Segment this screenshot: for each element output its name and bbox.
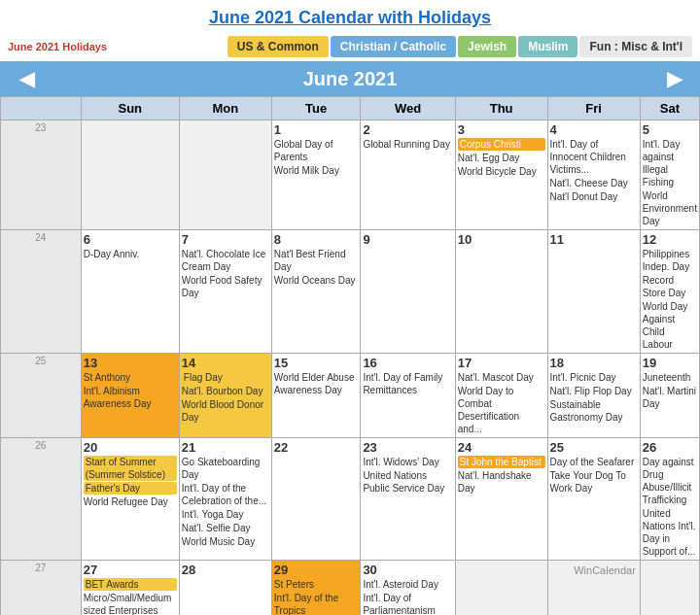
day-cell-29: 29 St Peters Int'l. Day of the Tropics N… xyxy=(271,561,361,616)
day-number: 14 xyxy=(182,356,269,370)
day-event: Int'l. Day of Family Remittances xyxy=(363,371,452,396)
header-fri: Fri xyxy=(547,97,640,120)
day-event-fathers: Father's Day xyxy=(84,482,177,495)
table-row: 25 13 St Anthony Int'l. Albinism Awarene… xyxy=(1,354,700,438)
tab-jewish[interactable]: Jewish xyxy=(458,36,516,57)
tab-catholic[interactable]: Christian / Catholic xyxy=(331,36,456,57)
day-event: Nat'l. Mascot Day xyxy=(458,371,545,384)
day-event: St Peters xyxy=(274,578,359,591)
day-number: 26 xyxy=(643,440,697,455)
calendar-nav: ◀ June 2021 ▶ xyxy=(0,61,700,96)
day-cell-23: 23 Int'l. Widows' Day United Nations Pub… xyxy=(361,438,455,561)
day-event: World Blood Donor Day xyxy=(182,398,269,424)
day-cell-13: 13 St Anthony Int'l. Albinism Awareness … xyxy=(81,354,179,438)
day-event: World Music Day xyxy=(182,535,269,548)
header-mon: Mon xyxy=(179,97,271,120)
tab-fun[interactable]: Fun : Misc & Int'l xyxy=(579,36,692,57)
day-cell-11: 11 xyxy=(547,230,640,354)
day-cell-10: 10 xyxy=(455,230,547,354)
day-cell-empty xyxy=(455,561,547,616)
day-cell-26: 26 Day against Drug Abuse/Illicit Traffi… xyxy=(640,438,699,561)
day-event: Int'l. Albinism Awareness Day xyxy=(84,385,177,410)
day-event: Philippines Indep. Day xyxy=(643,248,697,273)
tab-us[interactable]: US & Common xyxy=(228,36,329,57)
wincalendar-label: WinCalendar xyxy=(550,563,638,576)
day-event: Nat'l. Egg Day xyxy=(458,152,545,164)
day-event: Micro/Small/Medium sized Enterprises Day xyxy=(84,592,177,615)
month-title: June 2021 xyxy=(41,68,659,90)
day-cell-4: 4 Int'l. Day of Innocent Children Victim… xyxy=(547,120,640,230)
day-cell-2: 2 Global Running Day xyxy=(361,120,455,230)
day-cell-14: 14 Flag Day Nat'l. Bourbon Day World Blo… xyxy=(179,354,271,438)
week-num: 25 xyxy=(1,354,82,438)
calendar-table: Sun Mon Tue Wed Thu Fri Sat 23 1 Global … xyxy=(0,96,700,615)
day-number: 25 xyxy=(550,440,638,455)
day-number: 2 xyxy=(363,122,452,137)
day-cell-21: 21 Go Skateboarding Day Int'l. Day of th… xyxy=(179,438,271,561)
day-event: World Day Against Child Labour xyxy=(643,300,697,351)
day-number: 4 xyxy=(550,122,638,137)
day-cell-25: 25 Day of the Seafarer Take Your Dog To … xyxy=(547,438,640,561)
day-event: World Oceans Day xyxy=(274,274,359,287)
day-event: Nat'l. Bourbon Day xyxy=(182,385,269,397)
day-cell-17: 17 Nat'l. Mascot Day World Day to Combat… xyxy=(455,354,547,438)
day-number: 6 xyxy=(84,232,177,247)
day-event: Int'l. Picnic Day xyxy=(550,371,638,384)
day-number: 12 xyxy=(643,232,697,247)
next-arrow[interactable]: ▶ xyxy=(659,67,688,90)
day-event: Day of the Seafarer xyxy=(550,456,638,468)
week-header xyxy=(1,97,82,120)
day-number: 1 xyxy=(274,122,359,137)
week-num: 23 xyxy=(1,120,82,230)
day-event: Int'l. Day of Parliamentanism xyxy=(363,592,452,615)
day-cell-18: 18 Int'l. Picnic Day Nat'l. Flip Flop Da… xyxy=(547,354,640,438)
day-event: World Refugee Day xyxy=(84,495,177,508)
day-number: 9 xyxy=(363,232,452,247)
page-title: June 2021 Calendar with Holidays xyxy=(0,0,700,32)
day-cell-28: 28 xyxy=(179,561,271,616)
table-row: 23 1 Global Day of Parents World Milk Da… xyxy=(1,120,700,230)
day-event: Int'l. Asteroid Day xyxy=(363,578,452,591)
header-tue: Tue xyxy=(271,97,361,120)
day-cell-empty: WinCalendar xyxy=(547,561,640,616)
day-event: D-Day Anniv. xyxy=(84,248,177,260)
prev-arrow[interactable]: ◀ xyxy=(12,67,41,90)
day-cell-20: 20 Start of Summer (Summer Solstice) Fat… xyxy=(81,438,179,561)
day-cell-8: 8 Nat'l Best Friend Day World Oceans Day xyxy=(271,230,361,354)
day-event: Nat'l. Cheese Day xyxy=(550,177,638,189)
day-number: 27 xyxy=(84,563,177,577)
day-cell-19: 19 Juneteenth Nat'l. Martini Day xyxy=(640,354,699,438)
day-cell-12: 12 Philippines Indep. Day Record Store D… xyxy=(640,230,699,354)
day-cell-24: 24 St John the Baptist Nat'l. Handshake … xyxy=(455,438,547,561)
tab-muslim[interactable]: Muslim xyxy=(518,36,578,57)
header-wed: Wed xyxy=(361,97,455,120)
week-num: 24 xyxy=(1,230,82,354)
day-cell-27: 27 BET Awards Micro/Small/Medium sized E… xyxy=(81,561,179,616)
day-cell-3: 3 Corpus Christi Nat'l. Egg Day World Bi… xyxy=(455,120,547,230)
day-number: 18 xyxy=(550,356,638,370)
day-event: World Milk Day xyxy=(274,164,359,177)
table-row: 27 27 BET Awards Micro/Small/Medium size… xyxy=(1,561,700,616)
table-row: 26 20 Start of Summer (Summer Solstice) … xyxy=(1,438,700,561)
day-cell-1: 1 Global Day of Parents World Milk Day xyxy=(271,120,361,230)
header-thu: Thu xyxy=(455,97,547,120)
day-event: Int'l. Day of the Tropics xyxy=(274,592,359,615)
day-cell-6: 6 D-Day Anniv. xyxy=(81,230,179,354)
day-event: Sustainable Gastronomy Day xyxy=(550,398,638,424)
day-number: 22 xyxy=(274,440,359,455)
day-event: Take Your Dog To Work Day xyxy=(550,469,638,495)
day-event: Nat'l. Flip Flop Day xyxy=(550,385,638,397)
day-event: Global Running Day xyxy=(363,138,452,151)
day-number: 28 xyxy=(182,563,269,577)
day-cell-9: 9 xyxy=(361,230,455,354)
day-event: Day against Drug Abuse/Illicit Trafficki… xyxy=(643,456,697,506)
day-event-flag: Flag Day xyxy=(182,371,269,384)
day-event: Global Day of Parents xyxy=(274,138,359,163)
day-event: Record Store Day xyxy=(643,274,697,299)
day-cell-5: 5 Int'l. Day against Illegal Fishing Wor… xyxy=(640,120,699,230)
day-event: World Day to Combat Desertification and.… xyxy=(458,385,545,435)
day-event-corpus: Corpus Christi xyxy=(458,138,545,151)
day-event: Nat'l. Selfie Day xyxy=(182,522,269,534)
day-number: 8 xyxy=(274,232,359,247)
day-event-bet: BET Awards xyxy=(84,578,177,591)
